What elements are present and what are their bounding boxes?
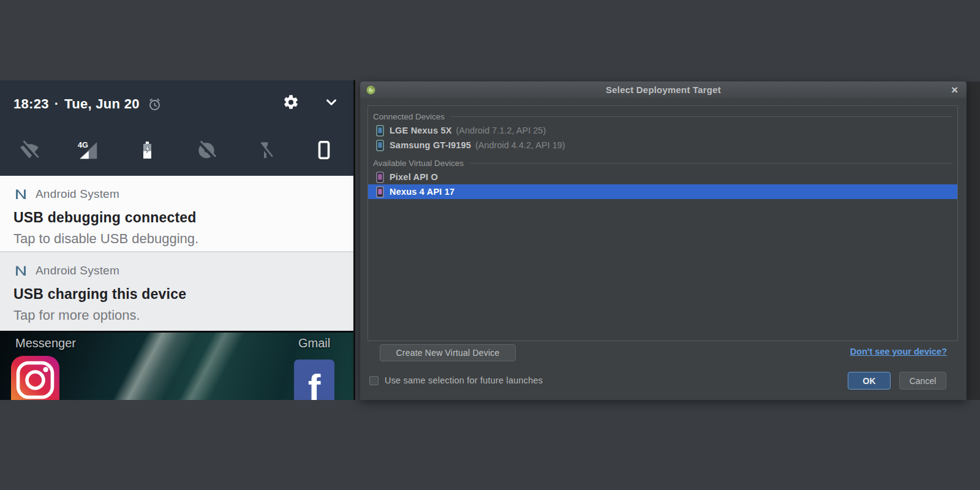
flashlight-off-icon[interactable] — [255, 138, 276, 162]
android-studio-icon — [366, 85, 376, 95]
section-rule — [451, 116, 952, 117]
dont-see-your-device-link[interactable]: Don't see your device? — [850, 347, 947, 356]
device-row-pixel-api-o[interactable]: Pixel API O — [368, 170, 957, 184]
device-name: Samsung GT-I9195 — [390, 140, 471, 150]
shade-controls — [282, 94, 340, 111]
section-header-label: Connected Devices — [371, 112, 445, 121]
instagram-icon[interactable] — [11, 356, 59, 400]
app-label-messenger: Messenger — [15, 336, 76, 350]
section-rule — [470, 163, 952, 164]
use-same-selection-row: Use same selection for future launches — [369, 375, 543, 385]
clock-time: 18:23 — [13, 96, 49, 112]
device-detail: (Android 7.1.2, API 25) — [456, 126, 546, 135]
location-off-icon[interactable] — [195, 138, 218, 162]
device-detail: (Android 4.4.2, API 19) — [475, 140, 565, 150]
battery-charging-icon[interactable] — [136, 138, 158, 162]
close-icon[interactable]: × — [951, 83, 958, 97]
device-list[interactable]: Connected Devices LGE Nexus 5X (Android … — [368, 105, 958, 341]
background-window-strip — [967, 81, 980, 400]
notification-shade-header: 18:23 · Tue, Jun 20 — [0, 80, 353, 176]
use-same-selection-checkbox[interactable] — [369, 376, 379, 385]
clock-row: 18:23 · Tue, Jun 20 — [13, 96, 162, 112]
notification-usb-charging[interactable]: Android System USB charging this device … — [0, 252, 353, 331]
cancel-button[interactable]: Cancel — [899, 372, 946, 390]
physical-device-icon — [376, 140, 384, 151]
portrait-mode-icon[interactable] — [313, 138, 335, 162]
clock-separator: · — [55, 96, 59, 112]
notification-title: USB debugging connected — [13, 209, 340, 226]
dialog-title: Select Deployment Target — [606, 85, 721, 95]
chevron-down-icon[interactable] — [323, 94, 340, 111]
alarm-icon — [147, 97, 162, 112]
section-available-virtual-devices: Available Virtual Devices — [368, 156, 957, 170]
signal-4g-icon[interactable]: 4G — [77, 138, 100, 162]
dialog-titlebar[interactable]: Select Deployment Target × — [360, 81, 967, 98]
device-row-nexus-4-api-17[interactable]: Nexus 4 API 17 — [368, 184, 957, 199]
notification-usb-debugging[interactable]: Android System USB debugging connected T… — [0, 176, 353, 251]
notification-header: Android System — [13, 187, 340, 202]
wifi-off-icon[interactable] — [18, 138, 41, 162]
screen: 18:23 · Tue, Jun 20 — [0, 0, 980, 490]
home-screen-wallpaper: Messenger Gmail f — [0, 331, 353, 400]
notification-title: USB charging this device — [13, 286, 340, 303]
device-name: Pixel API O — [390, 172, 438, 182]
settings-gear-icon[interactable] — [282, 94, 300, 111]
android-device-screenshot: 18:23 · Tue, Jun 20 — [0, 80, 355, 400]
section-header-label: Available Virtual Devices — [371, 159, 464, 168]
device-row-lge-nexus-5x[interactable]: LGE Nexus 5X (Android 7.1.2, API 25) — [368, 123, 957, 138]
facebook-icon[interactable]: f — [294, 360, 334, 400]
virtual-device-icon — [376, 172, 384, 183]
section-connected-devices: Connected Devices — [368, 110, 957, 123]
notification-app-name: Android System — [36, 264, 119, 277]
notification-app-name: Android System — [36, 187, 119, 201]
android-n-logo-icon — [13, 263, 28, 278]
notification-header: Android System — [13, 263, 340, 278]
notification-body: Tap for more options. — [13, 307, 340, 323]
physical-device-icon — [376, 125, 384, 137]
device-name: LGE Nexus 5X — [390, 126, 452, 135]
select-deployment-target-dialog: Select Deployment Target × Connected Dev… — [360, 81, 967, 400]
app-label-gmail: Gmail — [298, 336, 330, 350]
use-same-selection-label: Use same selection for future launches — [385, 375, 543, 385]
device-name: Nexus 4 API 17 — [390, 187, 454, 197]
svg-text:4G: 4G — [78, 141, 88, 149]
ok-button[interactable]: OK — [848, 372, 891, 390]
clock-date: Tue, Jun 20 — [64, 96, 140, 112]
virtual-device-icon — [376, 186, 384, 198]
create-new-virtual-device-button[interactable]: Create New Virtual Device — [380, 344, 516, 361]
quick-settings-row: 4G — [0, 137, 353, 164]
notification-body: Tap to disable USB debugging. — [13, 231, 340, 247]
device-row-samsung-gt-i9195[interactable]: Samsung GT-I9195 (Android 4.4.2, API 19) — [368, 138, 957, 153]
android-n-logo-icon — [13, 187, 28, 202]
